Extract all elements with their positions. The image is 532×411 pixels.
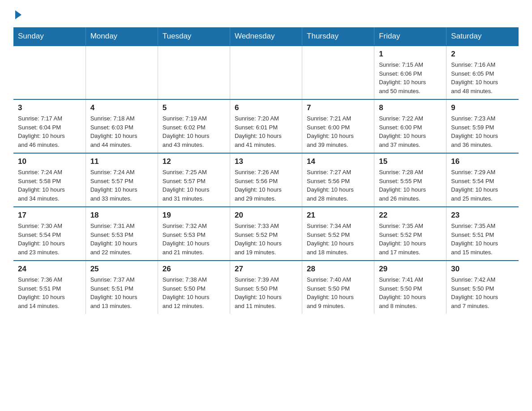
day-info: Sunrise: 7:28 AM Sunset: 5:55 PM Dayligh… xyxy=(379,168,442,203)
table-row: 26Sunrise: 7:38 AM Sunset: 5:50 PM Dayli… xyxy=(158,261,230,314)
table-row: 1Sunrise: 7:15 AM Sunset: 6:06 PM Daylig… xyxy=(374,46,446,99)
day-number: 18 xyxy=(90,211,153,220)
day-info: Sunrise: 7:39 AM Sunset: 5:50 PM Dayligh… xyxy=(235,275,297,310)
day-number: 30 xyxy=(451,265,514,274)
table-row: 28Sunrise: 7:40 AM Sunset: 5:50 PM Dayli… xyxy=(302,261,374,314)
day-info: Sunrise: 7:25 AM Sunset: 5:57 PM Dayligh… xyxy=(163,168,225,203)
table-row: 27Sunrise: 7:39 AM Sunset: 5:50 PM Dayli… xyxy=(230,261,302,314)
day-info: Sunrise: 7:40 AM Sunset: 5:50 PM Dayligh… xyxy=(307,275,369,310)
day-info: Sunrise: 7:38 AM Sunset: 5:50 PM Dayligh… xyxy=(163,275,225,310)
day-info: Sunrise: 7:19 AM Sunset: 6:02 PM Dayligh… xyxy=(163,114,225,149)
calendar-week-row: 17Sunrise: 7:30 AM Sunset: 5:54 PM Dayli… xyxy=(13,207,519,261)
table-row: 22Sunrise: 7:35 AM Sunset: 5:52 PM Dayli… xyxy=(374,207,446,261)
day-info: Sunrise: 7:24 AM Sunset: 5:57 PM Dayligh… xyxy=(90,168,153,203)
table-row: 30Sunrise: 7:42 AM Sunset: 5:50 PM Dayli… xyxy=(446,261,519,314)
day-info: Sunrise: 7:30 AM Sunset: 5:54 PM Dayligh… xyxy=(18,222,81,257)
day-number: 14 xyxy=(307,157,369,166)
day-info: Sunrise: 7:35 AM Sunset: 5:51 PM Dayligh… xyxy=(451,222,514,257)
calendar-week-row: 1Sunrise: 7:15 AM Sunset: 6:06 PM Daylig… xyxy=(13,46,519,99)
day-info: Sunrise: 7:37 AM Sunset: 5:51 PM Dayligh… xyxy=(90,275,153,310)
day-info: Sunrise: 7:33 AM Sunset: 5:52 PM Dayligh… xyxy=(235,222,297,257)
table-row: 29Sunrise: 7:41 AM Sunset: 5:50 PM Dayli… xyxy=(374,261,446,314)
table-row: 2Sunrise: 7:16 AM Sunset: 6:05 PM Daylig… xyxy=(446,46,519,99)
day-info: Sunrise: 7:29 AM Sunset: 5:54 PM Dayligh… xyxy=(451,168,514,203)
table-row: 8Sunrise: 7:22 AM Sunset: 6:00 PM Daylig… xyxy=(374,99,446,153)
day-number: 1 xyxy=(379,50,442,59)
day-info: Sunrise: 7:36 AM Sunset: 5:51 PM Dayligh… xyxy=(18,275,81,310)
day-number: 26 xyxy=(163,265,225,274)
table-row: 21Sunrise: 7:34 AM Sunset: 5:52 PM Dayli… xyxy=(302,207,374,261)
table-row: 7Sunrise: 7:21 AM Sunset: 6:00 PM Daylig… xyxy=(302,99,374,153)
table-row: 16Sunrise: 7:29 AM Sunset: 5:54 PM Dayli… xyxy=(446,153,519,207)
table-row: 3Sunrise: 7:17 AM Sunset: 6:04 PM Daylig… xyxy=(13,99,86,153)
day-number: 6 xyxy=(235,103,297,112)
day-info: Sunrise: 7:27 AM Sunset: 5:56 PM Dayligh… xyxy=(307,168,369,203)
day-number: 22 xyxy=(379,211,442,220)
day-number: 23 xyxy=(451,211,514,220)
day-number: 8 xyxy=(379,103,442,112)
day-number: 28 xyxy=(307,265,369,274)
day-number: 9 xyxy=(451,103,514,112)
day-info: Sunrise: 7:16 AM Sunset: 6:05 PM Dayligh… xyxy=(451,60,514,95)
table-row xyxy=(158,46,230,99)
table-row: 25Sunrise: 7:37 AM Sunset: 5:51 PM Dayli… xyxy=(86,261,158,314)
calendar-week-row: 3Sunrise: 7:17 AM Sunset: 6:04 PM Daylig… xyxy=(13,99,519,153)
day-info: Sunrise: 7:21 AM Sunset: 6:00 PM Dayligh… xyxy=(307,114,369,149)
day-number: 12 xyxy=(163,157,225,166)
day-info: Sunrise: 7:20 AM Sunset: 6:01 PM Dayligh… xyxy=(235,114,297,149)
header-friday: Friday xyxy=(374,27,446,46)
day-number: 24 xyxy=(18,265,81,274)
day-number: 3 xyxy=(18,103,81,112)
day-number: 15 xyxy=(379,157,442,166)
calendar-table: Sunday Monday Tuesday Wednesday Thursday… xyxy=(13,27,519,314)
table-row: 14Sunrise: 7:27 AM Sunset: 5:56 PM Dayli… xyxy=(302,153,374,207)
day-number: 2 xyxy=(451,50,514,59)
day-number: 4 xyxy=(90,103,153,112)
header-tuesday: Tuesday xyxy=(158,27,230,46)
day-number: 21 xyxy=(307,211,369,220)
table-row xyxy=(230,46,302,99)
day-info: Sunrise: 7:34 AM Sunset: 5:52 PM Dayligh… xyxy=(307,222,369,257)
table-row: 23Sunrise: 7:35 AM Sunset: 5:51 PM Dayli… xyxy=(446,207,519,261)
table-row: 19Sunrise: 7:32 AM Sunset: 5:53 PM Dayli… xyxy=(158,207,230,261)
table-row: 17Sunrise: 7:30 AM Sunset: 5:54 PM Dayli… xyxy=(13,207,86,261)
table-row: 18Sunrise: 7:31 AM Sunset: 5:53 PM Dayli… xyxy=(86,207,158,261)
table-row: 10Sunrise: 7:24 AM Sunset: 5:58 PM Dayli… xyxy=(13,153,86,207)
table-row: 11Sunrise: 7:24 AM Sunset: 5:57 PM Dayli… xyxy=(86,153,158,207)
day-info: Sunrise: 7:35 AM Sunset: 5:52 PM Dayligh… xyxy=(379,222,442,257)
day-info: Sunrise: 7:17 AM Sunset: 6:04 PM Dayligh… xyxy=(18,114,81,149)
day-number: 7 xyxy=(307,103,369,112)
day-number: 13 xyxy=(235,157,297,166)
day-number: 11 xyxy=(90,157,153,166)
header-monday: Monday xyxy=(86,27,158,46)
table-row: 15Sunrise: 7:28 AM Sunset: 5:55 PM Dayli… xyxy=(374,153,446,207)
day-info: Sunrise: 7:42 AM Sunset: 5:50 PM Dayligh… xyxy=(451,275,514,310)
day-info: Sunrise: 7:41 AM Sunset: 5:50 PM Dayligh… xyxy=(379,275,442,310)
page-header xyxy=(13,9,519,19)
header-thursday: Thursday xyxy=(302,27,374,46)
calendar-header-row: Sunday Monday Tuesday Wednesday Thursday… xyxy=(13,27,519,46)
day-info: Sunrise: 7:23 AM Sunset: 5:59 PM Dayligh… xyxy=(451,114,514,149)
day-number: 10 xyxy=(18,157,81,166)
header-sunday: Sunday xyxy=(13,27,86,46)
table-row xyxy=(13,46,86,99)
table-row: 4Sunrise: 7:18 AM Sunset: 6:03 PM Daylig… xyxy=(86,99,158,153)
table-row: 12Sunrise: 7:25 AM Sunset: 5:57 PM Dayli… xyxy=(158,153,230,207)
day-number: 5 xyxy=(163,103,225,112)
table-row: 5Sunrise: 7:19 AM Sunset: 6:02 PM Daylig… xyxy=(158,99,230,153)
day-info: Sunrise: 7:26 AM Sunset: 5:56 PM Dayligh… xyxy=(235,168,297,203)
day-number: 29 xyxy=(379,265,442,274)
table-row: 13Sunrise: 7:26 AM Sunset: 5:56 PM Dayli… xyxy=(230,153,302,207)
logo xyxy=(13,9,21,19)
day-info: Sunrise: 7:18 AM Sunset: 6:03 PM Dayligh… xyxy=(90,114,153,149)
table-row: 9Sunrise: 7:23 AM Sunset: 5:59 PM Daylig… xyxy=(446,99,519,153)
day-number: 16 xyxy=(451,157,514,166)
calendar-week-row: 10Sunrise: 7:24 AM Sunset: 5:58 PM Dayli… xyxy=(13,153,519,207)
header-wednesday: Wednesday xyxy=(230,27,302,46)
table-row: 20Sunrise: 7:33 AM Sunset: 5:52 PM Dayli… xyxy=(230,207,302,261)
header-saturday: Saturday xyxy=(446,27,519,46)
day-number: 17 xyxy=(18,211,81,220)
day-number: 20 xyxy=(235,211,297,220)
day-number: 27 xyxy=(235,265,297,274)
logo-arrow-icon xyxy=(15,10,21,19)
